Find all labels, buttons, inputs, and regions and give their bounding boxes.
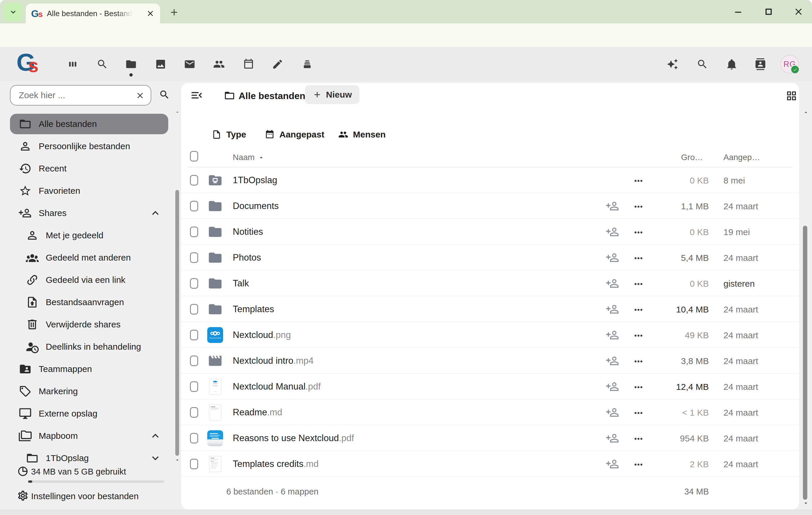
chevron-down-icon[interactable] <box>149 452 162 465</box>
app-dashboard-icon[interactable] <box>67 58 79 70</box>
row-actions-icon[interactable] <box>633 330 644 341</box>
file-name[interactable]: Nextcloud Manual.pdf <box>233 381 321 392</box>
row-checkbox[interactable] <box>190 278 198 289</box>
sidebar-item-gedeeld-met-anderen[interactable]: Gedeeld met anderen <box>10 248 168 268</box>
file-name[interactable]: Templates credits.md <box>233 459 319 469</box>
tab-search-button[interactable] <box>4 3 22 21</box>
file-row-nextcloud-intro-mp4[interactable]: Nextcloud intro.mp43,8 MB24 maart <box>181 348 799 374</box>
grunnspot-logo[interactable]: Gs <box>17 50 46 79</box>
chevron-up-icon[interactable] <box>149 207 162 220</box>
app-contacts-icon[interactable] <box>213 58 225 70</box>
window-close-button[interactable] <box>793 6 804 17</box>
share-icon[interactable] <box>606 432 619 445</box>
file-row-documents[interactable]: Documents1,1 MB24 maart <box>181 193 799 219</box>
app-search-icon[interactable] <box>96 58 108 70</box>
row-checkbox[interactable] <box>190 175 198 185</box>
row-actions-icon[interactable] <box>633 278 644 290</box>
file-row-nextcloud-png[interactable]: Nextcloud HubNextcloud.png49 KB24 maart <box>181 322 799 348</box>
breadcrumb[interactable]: Alle bestanden <box>239 91 306 102</box>
tab-close-button[interactable] <box>146 9 155 18</box>
row-checkbox[interactable] <box>190 201 198 211</box>
row-checkbox[interactable] <box>190 407 198 418</box>
share-icon[interactable] <box>606 200 619 212</box>
browser-tab[interactable]: Gs Alle bestanden - Bestanden - G <box>26 3 160 24</box>
row-actions-icon[interactable] <box>633 433 644 445</box>
sidebar-item-verwijderde-shares[interactable]: Verwijderde shares <box>10 314 168 335</box>
filter-modified-chip[interactable]: Aangepast <box>265 127 324 142</box>
sidebar-item-externe-opslag[interactable]: Externe opslag <box>10 403 168 424</box>
row-actions-icon[interactable] <box>633 459 644 470</box>
row-actions-icon[interactable] <box>633 175 644 187</box>
window-maximize-button[interactable] <box>763 6 774 17</box>
breadcrumb-folder-icon[interactable] <box>224 90 235 101</box>
file-name[interactable]: Nextcloud.png <box>233 330 291 340</box>
sidebar-search[interactable] <box>10 85 151 106</box>
file-name[interactable]: Reasons to use Nextcloud.pdf <box>233 433 354 444</box>
row-checkbox[interactable] <box>190 227 198 237</box>
file-row-photos[interactable]: Photos5,4 MB24 maart <box>181 245 799 270</box>
sidebar-item-recent[interactable]: Recent <box>10 158 168 179</box>
row-actions-icon[interactable] <box>633 227 644 238</box>
chevron-up-icon[interactable] <box>149 429 162 442</box>
user-avatar[interactable]: RG <box>780 55 799 74</box>
search-input[interactable] <box>18 90 125 101</box>
new-button[interactable]: Nieuw <box>305 85 359 104</box>
row-checkbox[interactable] <box>190 304 198 315</box>
row-actions-icon[interactable] <box>633 201 644 212</box>
settings-gear-icon[interactable] <box>17 490 29 502</box>
select-all-checkbox[interactable] <box>190 151 198 162</box>
share-icon[interactable] <box>606 328 619 341</box>
row-actions-icon[interactable] <box>633 252 644 264</box>
unified-search-icon[interactable] <box>696 58 708 70</box>
sidebar-item-markering[interactable]: Markering <box>10 381 168 402</box>
share-icon[interactable] <box>606 406 619 419</box>
file-name[interactable]: Nextcloud intro.mp4 <box>233 355 314 366</box>
sidebar-item-gedeeld-via-een-link[interactable]: Gedeeld via een link <box>10 270 168 290</box>
sidebar-item-alle-bestanden[interactable]: Alle bestanden <box>10 114 168 134</box>
sidebar-item-1tbopslag[interactable]: 1TbOpslag <box>10 448 168 468</box>
share-icon[interactable] <box>606 380 619 393</box>
main-scroll-down-icon[interactable] <box>803 500 809 507</box>
column-name[interactable]: Naam <box>233 153 265 162</box>
sidebar-item-shares[interactable]: Shares <box>10 203 168 223</box>
assistant-icon[interactable] <box>667 58 678 70</box>
column-modified[interactable]: Aangep… <box>723 153 760 162</box>
file-row-templates[interactable]: Templates10,4 MB24 maart <box>181 296 799 322</box>
app-files-icon[interactable] <box>125 58 137 70</box>
collapse-sidebar-icon[interactable] <box>190 89 203 102</box>
file-row-reasons-to-use-nextcloud-pdf[interactable]: Reasons to use Nextcloud.pdf954 KB24 maa… <box>181 425 799 451</box>
file-row-notities[interactable]: Notities0 KB19 mei <box>181 219 799 245</box>
row-checkbox[interactable] <box>190 433 198 444</box>
sidebar-item-mapboom[interactable]: Mapboom <box>10 426 168 446</box>
main-scrollbar-thumb[interactable] <box>803 226 807 500</box>
share-icon[interactable] <box>606 251 619 264</box>
new-tab-button[interactable] <box>169 7 179 18</box>
row-checkbox[interactable] <box>190 459 198 469</box>
file-row-readme-md[interactable]: Readme.md< 1 KB24 maart <box>181 400 799 425</box>
file-name[interactable]: Documents <box>233 201 279 211</box>
row-checkbox[interactable] <box>190 252 198 263</box>
clear-search-icon[interactable] <box>136 91 145 100</box>
share-icon[interactable] <box>606 225 619 238</box>
search-submit-icon[interactable] <box>159 89 170 100</box>
sidebar-item-met-je-gedeeld[interactable]: Met je gedeeld <box>10 225 168 246</box>
file-row-talk[interactable]: Talk0 KBgisteren <box>181 270 799 296</box>
filter-type-chip[interactable]: Type <box>212 127 246 142</box>
file-row-templates-credits-md[interactable]: Templates credits.md2 KB24 maart <box>181 451 799 477</box>
app-calendar-icon[interactable] <box>243 58 255 70</box>
file-name[interactable]: 1TbOpslag <box>233 175 277 185</box>
window-minimize-button[interactable] <box>733 6 744 17</box>
sidebar-item-deellinks-in-behandeling[interactable]: Deellinks in behandeling <box>10 337 168 357</box>
sidebar-scrollbar-thumb[interactable] <box>175 190 179 456</box>
file-name[interactable]: Templates <box>233 304 274 315</box>
sidebar-scroll-up-icon[interactable] <box>174 109 180 115</box>
row-checkbox[interactable] <box>190 381 198 392</box>
main-scroll-up-icon[interactable] <box>803 109 809 115</box>
row-actions-icon[interactable] <box>633 381 644 393</box>
app-deck-icon[interactable] <box>301 58 313 70</box>
grid-view-icon[interactable] <box>786 90 798 102</box>
app-photos-icon[interactable] <box>155 58 167 70</box>
file-row-1tbopslag[interactable]: 1TbOpslag0 KB8 mei <box>181 167 799 193</box>
sidebar-item-teammappen[interactable]: Teammappen <box>10 359 168 379</box>
sidebar-item-bestandsaanvragen[interactable]: Bestandsaanvragen <box>10 292 168 312</box>
